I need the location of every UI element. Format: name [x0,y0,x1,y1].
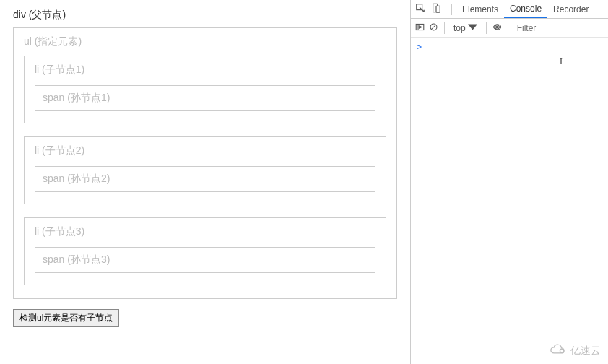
span-box: span (孙节点1) [35,85,375,111]
text-cursor-icon: I [560,56,560,66]
tab-separator [451,4,452,15]
check-children-button[interactable]: 检测ul元素是否有子节点 [13,309,119,327]
sidebar-toggle-icon[interactable] [415,22,425,34]
svg-marker-5 [420,25,422,27]
watermark-text: 亿速云 [570,344,601,358]
clear-console-icon[interactable] [429,22,438,34]
svg-point-11 [560,349,563,352]
cloud-icon [549,343,568,358]
tab-recorder[interactable]: Recorder [547,0,594,18]
span-box: span (孙节点2) [35,166,375,192]
svg-rect-2 [436,6,440,12]
li-box-2: li (子节点2) span (孙节点2) [24,136,386,204]
ul-label: ul (指定元素) [24,35,386,48]
filter-input[interactable] [514,22,586,35]
context-label: top [453,23,466,33]
toolbar-separator [486,22,487,34]
toolbar-separator [508,22,508,34]
chevron-down-icon [468,22,477,34]
li-box-3: li (子节点3) span (孙节点3) [24,217,386,285]
devtools-tabs: Elements Console Recorder [411,0,608,19]
svg-point-10 [496,26,498,27]
ul-box: ul (指定元素) li (子节点1) span (孙节点1) li (子节点2… [13,27,397,299]
console-toolbar: top [411,19,608,38]
page-content: div (父节点) ul (指定元素) li (子节点1) span (孙节点1… [0,0,410,364]
svg-line-7 [431,25,436,30]
console-body[interactable]: > I [411,38,608,364]
live-expression-icon[interactable] [492,22,502,34]
watermark: 亿速云 [549,343,601,358]
context-dropdown[interactable]: top [451,22,480,34]
inspect-icon[interactable] [415,3,425,15]
svg-marker-8 [468,24,477,30]
console-prompt: > [417,42,422,52]
tab-elements[interactable]: Elements [456,0,504,18]
li-box-1: li (子节点1) span (孙节点1) [24,56,386,124]
devtools-panel: Elements Console Recorder top > I [410,0,608,364]
tab-console[interactable]: Console [504,0,547,18]
div-parent-label: div (父节点) [13,9,397,22]
li-label: li (子节点1) [35,64,375,77]
li-label: li (子节点2) [35,144,375,157]
span-box: span (孙节点3) [35,247,375,273]
toolbar-separator [444,22,445,34]
device-toggle-icon[interactable] [431,3,441,15]
li-label: li (子节点3) [35,225,375,238]
